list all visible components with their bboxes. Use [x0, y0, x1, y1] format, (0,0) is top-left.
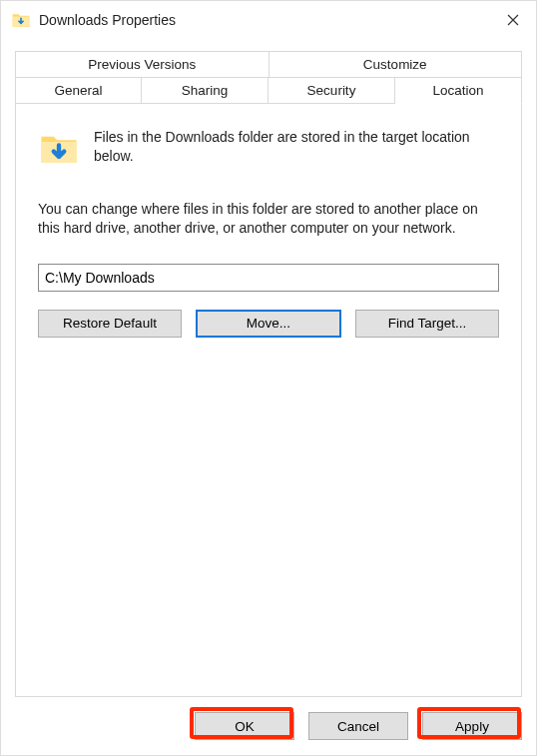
tab-general[interactable]: General: [15, 78, 142, 104]
close-button[interactable]: [490, 1, 536, 39]
find-target-button[interactable]: Find Target...: [355, 310, 499, 338]
titlebar: Downloads Properties: [1, 1, 536, 39]
apply-button[interactable]: Apply: [422, 712, 522, 740]
tabs-row-bottom: General Sharing Security Location: [15, 78, 522, 104]
ok-button[interactable]: OK: [195, 712, 294, 740]
close-icon: [507, 14, 519, 26]
intro-text: Files in the Downloads folder are stored…: [94, 128, 499, 166]
move-button[interactable]: Move...: [196, 310, 341, 338]
tab-security[interactable]: Security: [268, 78, 395, 104]
tabs-row-top: Previous Versions Customize: [15, 51, 522, 78]
dialog-footer: OK Cancel Apply: [1, 697, 536, 755]
downloads-folder-icon: [38, 128, 80, 170]
location-path-input[interactable]: [38, 264, 499, 292]
cancel-button[interactable]: Cancel: [308, 712, 408, 740]
tab-panel-location: Files in the Downloads folder are stored…: [15, 104, 522, 697]
tab-sharing[interactable]: Sharing: [142, 78, 268, 104]
restore-default-button[interactable]: Restore Default: [38, 310, 182, 338]
tab-location[interactable]: Location: [395, 78, 522, 104]
description-text: You can change where files in this folde…: [38, 200, 499, 238]
properties-dialog: Downloads Properties Previous Versions C…: [0, 0, 537, 756]
tab-previous-versions[interactable]: Previous Versions: [15, 51, 269, 78]
downloads-folder-icon: [11, 10, 31, 30]
dialog-content: Previous Versions Customize General Shar…: [1, 39, 536, 697]
tab-customize[interactable]: Customize: [269, 51, 523, 78]
window-title: Downloads Properties: [39, 12, 490, 28]
location-buttons-row: Restore Default Move... Find Target...: [38, 310, 499, 338]
